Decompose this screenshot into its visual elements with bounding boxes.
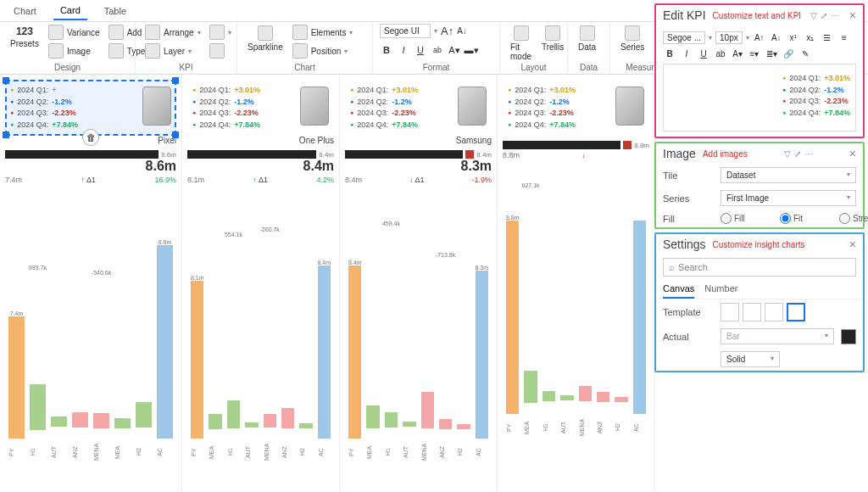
kpi-font-color-button[interactable]: A▾ <box>731 47 744 60</box>
actual-color-swatch[interactable] <box>841 329 856 344</box>
template-option-3[interactable] <box>765 303 783 321</box>
align-button[interactable]: ▾ <box>207 24 234 41</box>
more-icon[interactable]: ⋯ <box>831 11 839 20</box>
subscript-icon[interactable]: x₁ <box>804 31 817 44</box>
trellis-button[interactable]: Trellis <box>538 24 567 53</box>
kpi-bold-button[interactable]: B <box>663 47 676 60</box>
card-3[interactable]: 2024 Q1: +3.01%2024 Q2: -1.2%2024 Q3: -2… <box>498 75 655 492</box>
strike-button[interactable]: ab <box>431 43 444 57</box>
font-increase-icon[interactable]: A↑ <box>753 31 766 44</box>
card-0[interactable]: 2024 Q1: +2024 Q2: -1.2%2024 Q3: -2.23%2… <box>0 75 182 492</box>
expand-icon[interactable]: ⤢ <box>821 11 827 20</box>
sparkline-button[interactable]: Sparkline <box>244 24 287 53</box>
kpi-align-button[interactable]: ≡▾ <box>748 47 761 60</box>
filter-icon[interactable]: ▽ <box>810 11 817 20</box>
kpi-italic-button[interactable]: I <box>680 47 693 60</box>
x-label: AUT <box>560 417 573 438</box>
product-image <box>615 87 644 126</box>
series-select[interactable]: First Image ▾ <box>721 190 856 206</box>
summary-bar <box>5 150 159 159</box>
panel-image-title: Image <box>663 147 696 160</box>
chart-bar <box>51 210 67 439</box>
actual-type-select[interactable]: Bar▾ <box>721 328 834 344</box>
x-label: ANZ <box>439 442 452 462</box>
kpi-font-select[interactable]: Segoe ... <box>663 31 705 44</box>
actual-style-select[interactable]: Solid▾ <box>721 351 780 367</box>
x-label: AC <box>318 442 331 462</box>
close-icon[interactable]: × <box>849 8 856 22</box>
expand-icon[interactable]: ⤢ <box>794 149 801 159</box>
font-color-button[interactable]: A▾ <box>448 43 461 57</box>
template-option-2[interactable] <box>743 303 761 321</box>
x-label: PY <box>8 442 25 462</box>
font-family-select[interactable]: Segoe UI <box>380 24 431 38</box>
bold-button[interactable]: B <box>380 43 393 57</box>
elements-button[interactable]: Elements▾ <box>290 24 356 41</box>
template-option-4[interactable] <box>787 303 805 321</box>
filter-icon[interactable]: ▽ <box>784 149 791 159</box>
product-image <box>458 87 487 126</box>
chart-bar: 8.4m <box>348 210 361 439</box>
template-option-1[interactable] <box>721 303 739 321</box>
panel-settings: Settings Customize insight charts × ⌕Sea… <box>654 232 865 372</box>
variance-button[interactable]: Variance <box>46 24 103 41</box>
fitmode-button[interactable]: Fit mode <box>507 24 535 63</box>
delete-icon[interactable]: 🗑 <box>82 129 99 146</box>
italic-button[interactable]: I <box>397 43 410 57</box>
tab-card[interactable]: Card <box>53 2 87 20</box>
kpi-size-select[interactable]: 10px <box>715 31 743 44</box>
kpi-link-icon[interactable]: 🔗 <box>782 47 795 60</box>
series-button[interactable]: Series <box>617 24 648 53</box>
close-icon[interactable]: × <box>849 147 856 160</box>
kpi-eyedropper-icon[interactable]: ✎ <box>798 47 812 60</box>
chart-bar <box>542 185 555 414</box>
more-icon[interactable]: ⋯ <box>804 149 813 159</box>
superscript-icon[interactable]: x¹ <box>787 31 800 44</box>
tab-table[interactable]: Table <box>97 3 133 20</box>
image-button[interactable]: Image <box>46 42 103 59</box>
fit-radio[interactable]: Fit <box>780 213 831 224</box>
kpi-preview[interactable]: 2024 Q1: +3.01%2024 Q2: -1.2%2024 Q3: -2… <box>663 64 856 131</box>
x-label: H2 <box>136 442 152 462</box>
chart-bar <box>72 210 88 439</box>
font-decrease-icon[interactable]: A↓ <box>770 31 783 44</box>
arrange-button[interactable]: Arrange▾ <box>142 24 203 41</box>
chart-bar <box>615 185 627 414</box>
chart-bar <box>299 210 312 439</box>
tile-select[interactable]: Dataset ▾ <box>721 167 856 183</box>
kpi-underline-button[interactable]: U <box>697 47 710 60</box>
kpi-preview-item: 2024 Q2: -1.2% <box>782 85 850 97</box>
presets-button[interactable]: 123Presets <box>7 24 42 50</box>
kpi-lineheight-button[interactable]: ≣▾ <box>765 47 778 60</box>
layout-group-label: Layout <box>507 63 560 72</box>
tab-canvas[interactable]: Canvas <box>663 280 694 299</box>
decrease-font-icon[interactable]: A↓ <box>457 26 467 36</box>
highlight-button[interactable]: ▬▾ <box>465 43 478 57</box>
chart-bar: 627.1k <box>524 185 537 414</box>
distribute-button[interactable] <box>207 42 234 59</box>
number-list-icon[interactable]: ≡ <box>837 31 851 44</box>
stretch-radio[interactable]: Stretch <box>839 213 868 224</box>
chart-bar: 554.1k <box>227 210 240 439</box>
x-label: MENA <box>93 442 109 462</box>
increase-font-icon[interactable]: A↑ <box>441 25 453 37</box>
underline-button[interactable]: U <box>414 43 427 57</box>
tab-number[interactable]: Number <box>704 280 737 299</box>
tab-chart[interactable]: Chart <box>7 3 43 20</box>
fill-radio[interactable]: Fill <box>721 213 771 224</box>
card-2[interactable]: 2024 Q1: +3.01%2024 Q2: -1.2%2024 Q3: -2… <box>340 75 498 492</box>
card-1[interactable]: 2024 Q1: +3.01%2024 Q2: -1.2%2024 Q3: -2… <box>182 75 340 492</box>
chart-bar <box>457 210 470 439</box>
panel-kpi-hint: Customize text and KPI <box>713 11 802 20</box>
panel-image: Image Add images ▽⤢⋯ × Tile Dataset ▾ Se… <box>654 142 865 229</box>
position-button[interactable]: Position▾ <box>290 42 356 59</box>
x-label: MEA <box>114 442 131 462</box>
summary-bar <box>187 150 316 159</box>
layer-button[interactable]: Layer▾ <box>142 42 203 59</box>
kpi-strike-button[interactable]: ab <box>714 47 727 60</box>
data-button[interactable]: Data <box>575 24 599 53</box>
bullet-list-icon[interactable]: ☰ <box>821 31 834 44</box>
side-panels: Edit KPI Customize text and KPI ▽⤢⋯ × Se… <box>654 3 865 372</box>
close-icon[interactable]: × <box>849 238 856 251</box>
settings-search[interactable]: ⌕Search <box>663 258 856 277</box>
